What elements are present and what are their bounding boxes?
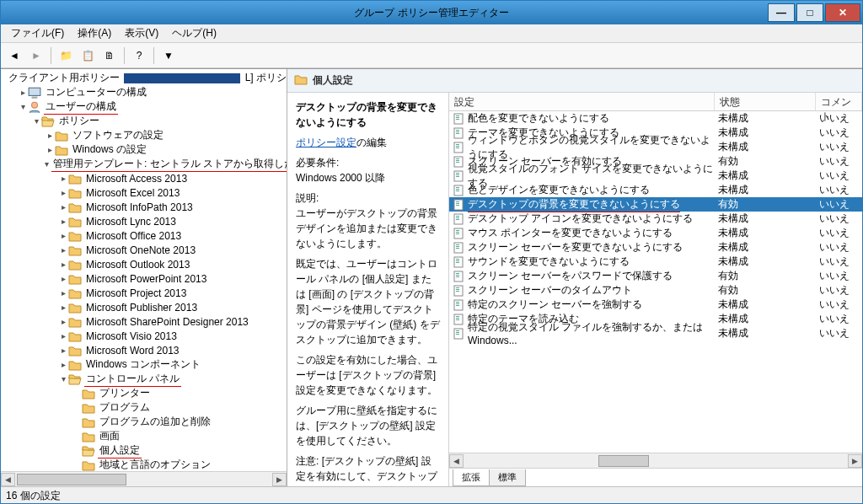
tree-item-microsoft-word-2013[interactable]: ▸Microsoft Word 2013 — [1, 343, 287, 357]
tree-item-windows-コンポーネント[interactable]: ▸Windows コンポーネント — [1, 357, 287, 372]
tree-cp-個人設定[interactable]: 個人設定 — [1, 443, 287, 458]
tree-item-microsoft-access-2013[interactable]: ▸Microsoft Access 2013 — [1, 171, 287, 185]
help-button[interactable]: ? — [129, 46, 149, 66]
list-row[interactable]: デスクトップ アイコンを変更できないようにする未構成いいえ — [449, 212, 862, 226]
tree-item-microsoft-office-2013[interactable]: ▸Microsoft Office 2013 — [1, 228, 287, 243]
list-row[interactable]: マウス ポインターを変更できないようにする未構成いいえ — [449, 226, 862, 240]
list-row[interactable]: サウンドを変更できないようにする未構成いいえ — [449, 255, 862, 269]
folder-icon — [68, 358, 82, 372]
tree-admin-templates[interactable]: ▾管理用テンプレート: セントラル ストアから取得したポリシー — [1, 157, 287, 171]
scroll-right-button[interactable]: ▶ — [848, 454, 862, 468]
tree-icon: 📋 — [82, 50, 94, 62]
expand-toggle[interactable]: ▸ — [58, 303, 68, 312]
list-row[interactable]: 特定のスクリーン セーバーを強制する未構成いいえ — [449, 298, 862, 312]
list-row[interactable]: 視覚スタイルのフォント サイズを変更できないようにする未構成いいえ — [449, 169, 862, 183]
tab-extended[interactable]: 拡張 — [453, 469, 490, 486]
tree-software-settings[interactable]: ▸ソフトウェアの設定 — [1, 128, 287, 142]
menu-view[interactable]: 表示(V) — [118, 24, 165, 42]
list-body[interactable]: 配色を変更できないようにする未構成いいえテーマを変更できないようにする未構成いい… — [449, 111, 862, 453]
minimize-button[interactable]: — — [768, 3, 795, 22]
scroll-thumb[interactable] — [17, 474, 126, 485]
tree-item-microsoft-outlook-2013[interactable]: ▸Microsoft Outlook 2013 — [1, 257, 287, 271]
forward-button[interactable]: ► — [26, 46, 46, 66]
tree-item-microsoft-powerpoint-2013[interactable]: ▸Microsoft PowerPoint 2013 — [1, 271, 287, 286]
tree-control-panel[interactable]: ▾コントロール パネル — [1, 372, 287, 386]
list-row[interactable]: 特定の視覚スタイル ファイルを強制するか、または Windows...未構成いい… — [449, 326, 862, 340]
expand-toggle[interactable]: ▸ — [58, 360, 68, 369]
tree-item-microsoft-project-2013[interactable]: ▸Microsoft Project 2013 — [1, 286, 287, 300]
expand-toggle[interactable]: ▸ — [58, 346, 68, 355]
back-button[interactable]: ◄ — [4, 46, 24, 66]
up-button[interactable]: 📁 — [56, 46, 76, 66]
tree-cp-プログラムの追加と削除[interactable]: プログラムの追加と削除 — [1, 415, 287, 429]
scroll-thumb[interactable] — [598, 455, 649, 467]
tree-root[interactable]: クライアント用ポリシー L] ポリシー — [1, 71, 287, 85]
tree-item-microsoft-lync-2013[interactable]: ▸Microsoft Lync 2013 — [1, 214, 287, 228]
details-header-text: 個人設定 — [313, 73, 353, 88]
tree-item-microsoft-sharepoint-designer-2013[interactable]: ▸Microsoft SharePoint Designer 2013 — [1, 314, 287, 329]
list-row[interactable]: スクリーン セーバーをパスワードで保護する有効いいえ — [449, 269, 862, 283]
expand-toggle[interactable]: ▸ — [58, 317, 68, 326]
tree-item-microsoft-visio-2013[interactable]: ▸Microsoft Visio 2013 — [1, 329, 287, 343]
tab-standard[interactable]: 標準 — [489, 469, 526, 486]
tree-item-microsoft-infopath-2013[interactable]: ▸Microsoft InfoPath 2013 — [1, 200, 287, 214]
expand-toggle[interactable]: ▾ — [18, 102, 28, 111]
menu-help[interactable]: ヘルプ(H) — [165, 24, 223, 42]
column-state[interactable]: 状態 — [715, 93, 816, 110]
maximize-button[interactable]: □ — [796, 3, 823, 22]
list-hscroll[interactable]: ◀ ▶ — [449, 453, 862, 468]
expand-toggle[interactable]: ▸ — [58, 274, 68, 283]
show-hide-tree-button[interactable]: 📋 — [78, 46, 98, 66]
tree-cp-プリンター[interactable]: プリンター — [1, 386, 287, 400]
expand-toggle[interactable]: ▸ — [58, 217, 68, 226]
expand-toggle[interactable]: ▸ — [58, 331, 68, 340]
requirements-value: Windows 2000 以降 — [296, 172, 385, 184]
tree-computer-config[interactable]: ▸コンピューターの構成 — [1, 85, 287, 99]
tree-item-microsoft-excel-2013[interactable]: ▸Microsoft Excel 2013 — [1, 185, 287, 200]
expand-toggle[interactable]: ▾ — [45, 159, 49, 169]
expand-toggle[interactable]: ▸ — [58, 288, 68, 298]
list-row[interactable]: 色とデザインを変更できないようにする未構成いいえ — [449, 183, 862, 197]
arrow-right-icon: ► — [31, 50, 41, 62]
column-setting[interactable]: 設定 — [449, 93, 715, 110]
expand-toggle[interactable]: ▸ — [18, 88, 28, 97]
column-comment[interactable]: コメント — [816, 93, 862, 110]
expand-toggle[interactable]: ▸ — [45, 131, 55, 140]
scroll-left-button[interactable]: ◀ — [1, 473, 15, 486]
tree-item-microsoft-onenote-2013[interactable]: ▸Microsoft OneNote 2013 — [1, 243, 287, 257]
menu-file[interactable]: ファイル(F) — [4, 24, 71, 42]
svg-rect-49 — [456, 262, 459, 263]
list-row[interactable]: スクリーン セーバーのタイムアウト有効いいえ — [449, 283, 862, 298]
tree-cp-地域と言語のオプション[interactable]: 地域と言語のオプション — [1, 458, 287, 471]
expand-toggle[interactable]: ▾ — [31, 116, 41, 126]
scroll-track[interactable] — [464, 454, 848, 468]
list-row[interactable]: スクリーン セーバーを変更できないようにする未構成いいえ — [449, 240, 862, 255]
scroll-left-button[interactable]: ◀ — [449, 454, 464, 468]
expand-toggle[interactable]: ▸ — [58, 260, 68, 269]
menu-action[interactable]: 操作(A) — [71, 24, 118, 42]
tree-user-config[interactable]: ▾ユーザーの構成 — [1, 99, 287, 114]
filter-button[interactable]: ▼ — [158, 46, 179, 66]
expand-toggle[interactable]: ▸ — [58, 174, 68, 183]
tree-hscroll[interactable]: ◀ ▶ — [1, 471, 287, 486]
tree-item-microsoft-publisher-2013[interactable]: ▸Microsoft Publisher 2013 — [1, 300, 287, 314]
scroll-track[interactable] — [15, 473, 272, 486]
expand-toggle[interactable]: ▸ — [58, 245, 68, 255]
tree-windows-settings[interactable]: ▸Windows の設定 — [1, 142, 287, 157]
expand-toggle[interactable]: ▸ — [45, 145, 55, 154]
tree-cp-画面[interactable]: 画面 — [1, 429, 287, 443]
expand-toggle[interactable]: ▸ — [58, 231, 68, 240]
export-button[interactable]: 🗎 — [99, 46, 120, 66]
tree-cp-プログラム[interactable]: プログラム — [1, 400, 287, 415]
list-row[interactable]: ウィンドウとボタンの視覚スタイルを変更できないようにする未構成いいえ — [449, 140, 862, 154]
expand-toggle[interactable]: ▾ — [58, 374, 68, 383]
edit-policy-link[interactable]: ポリシー設定 — [296, 137, 356, 148]
close-button[interactable]: ✕ — [825, 3, 860, 22]
expand-toggle[interactable]: ▸ — [58, 188, 68, 197]
list-row[interactable]: デスクトップの背景を変更できないようにする有効いいえ — [449, 197, 862, 212]
tree-policy[interactable]: ▾ポリシー — [1, 114, 287, 128]
expand-toggle[interactable]: ▸ — [58, 202, 68, 212]
scroll-right-button[interactable]: ▶ — [272, 473, 287, 486]
list-row[interactable]: 配色を変更できないようにする未構成いいえ — [449, 111, 862, 126]
tree-view[interactable]: クライアント用ポリシー L] ポリシー▸コンピューターの構成▾ユーザーの構成▾ポ… — [1, 69, 287, 471]
